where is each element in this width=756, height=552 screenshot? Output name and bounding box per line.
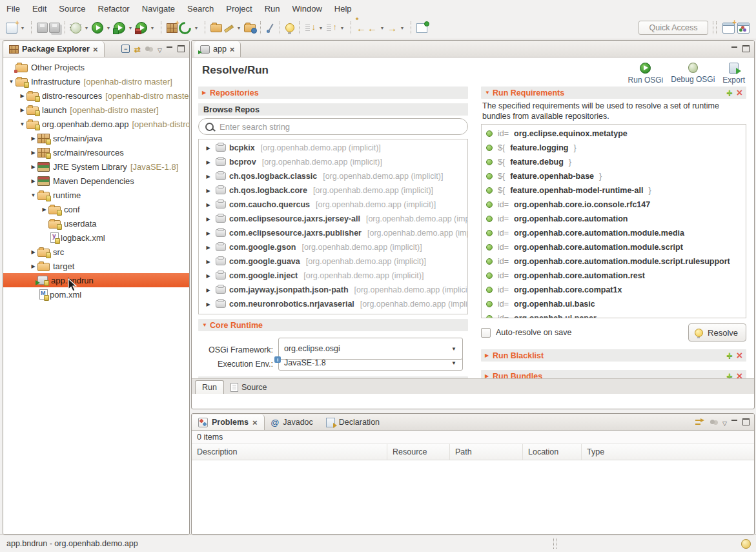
repo-item[interactable]: com.eclipsesource.jaxrs.jersey-all [org.… — [199, 212, 467, 226]
toolbar-separator[interactable] — [31, 21, 32, 34]
search-input[interactable] — [218, 121, 461, 132]
requirement-item[interactable]: id=org.eclipse.equinox.metatype — [486, 127, 746, 141]
tab-declaration[interactable]: Declaration — [320, 414, 386, 430]
new-plugin-project-icon[interactable] — [167, 23, 178, 33]
expander-icon[interactable] — [204, 188, 212, 194]
tab-app-bndrun[interactable]: app — [194, 41, 241, 57]
status-lightbulb-icon[interactable] — [741, 539, 751, 549]
expander-icon[interactable] — [204, 273, 212, 279]
expander-icon[interactable] — [204, 202, 212, 208]
search-dropdown-icon[interactable] — [235, 20, 243, 36]
osgi-framework-select[interactable]: org.eclipse.osgi — [278, 338, 463, 360]
requirement-item[interactable]: id=org.openhab.ui.paper — [486, 311, 746, 318]
minimize-icon[interactable] — [167, 46, 173, 52]
tree-item-infrastructure[interactable]: Infrastructure [openhab-distro master] — [3, 74, 189, 88]
tab-javadoc[interactable]: Javadoc — [265, 414, 320, 430]
requirement-item[interactable]: id=org.openhab.core.automation.module.sc… — [486, 240, 746, 254]
profile-icon[interactable] — [136, 22, 147, 34]
column-description[interactable]: Description — [192, 444, 387, 460]
menu-help[interactable]: Help — [334, 4, 352, 14]
expander-icon[interactable] — [204, 145, 212, 151]
forward-dropdown-icon[interactable] — [398, 20, 406, 36]
group-by-icon[interactable] — [710, 420, 718, 425]
expander-icon[interactable] — [29, 263, 37, 269]
expander-icon[interactable] — [29, 150, 37, 156]
debug-icon[interactable] — [70, 23, 81, 34]
tree-item-userdata[interactable]: userdata — [3, 216, 189, 230]
requirement-item[interactable]: ${feature.openhab-model-runtime-all} — [486, 183, 746, 198]
quick-access-input[interactable]: Quick Access — [639, 21, 708, 35]
requirement-item[interactable]: id=org.openhab.core.automation.module.me… — [486, 226, 746, 240]
toolbar-separator[interactable] — [260, 21, 261, 34]
maximize-icon[interactable] — [742, 45, 750, 52]
forward-icon[interactable] — [387, 20, 397, 36]
repo-item[interactable]: com.eclipsesource.jaxrs.publisher [org.o… — [199, 226, 467, 240]
toolbar-separator[interactable] — [299, 21, 300, 34]
menu-search[interactable]: Search — [187, 4, 214, 14]
menu-source[interactable]: Source — [59, 4, 85, 14]
section-run-requirements[interactable]: Run Requirements — [481, 87, 746, 99]
expander-icon[interactable] — [29, 178, 37, 184]
requirement-item[interactable]: id=org.openhab.core.automation.module.sc… — [486, 254, 746, 269]
add-blacklist-icon[interactable] — [726, 350, 732, 362]
expander-icon[interactable] — [204, 245, 212, 250]
menu-file[interactable]: File — [6, 4, 20, 14]
toolbar-separator[interactable] — [411, 21, 412, 34]
expander-icon[interactable] — [204, 302, 212, 307]
expander-icon[interactable] — [40, 207, 48, 212]
run-osgi-button[interactable]: Run OSGi — [628, 63, 664, 85]
expander-icon[interactable] — [204, 159, 212, 165]
repo-item[interactable]: com.jayway.jsonpath.json-path [org.openh… — [199, 283, 467, 297]
column-path[interactable]: Path — [450, 444, 523, 460]
tree-item-distro-resources[interactable]: distro-resources [openhab-distro master] — [3, 88, 189, 103]
requirement-item[interactable]: ${feature.openhab-base} — [486, 169, 746, 183]
expander-icon[interactable] — [204, 230, 212, 236]
menu-navigate[interactable]: Navigate — [142, 4, 175, 14]
export-button[interactable]: Export — [722, 63, 745, 85]
tree-item-src[interactable]: src — [3, 245, 189, 259]
minimize-icon[interactable] — [731, 420, 738, 425]
profile-dropdown-icon[interactable] — [148, 20, 156, 36]
new-wizard-icon[interactable] — [6, 23, 17, 34]
previous-annotation-icon[interactable] — [326, 23, 337, 33]
import-icon[interactable] — [244, 24, 256, 32]
expander-icon[interactable] — [204, 216, 212, 222]
tree-item-pom-xml[interactable]: pom.xml — [3, 287, 189, 302]
view-menu-icon[interactable] — [158, 43, 162, 55]
expander-icon[interactable] — [204, 287, 212, 293]
maximize-icon[interactable] — [742, 418, 750, 425]
remove-requirement-icon[interactable] — [737, 87, 742, 99]
tree-item-src-main-java[interactable]: src/main/java — [3, 131, 189, 145]
repo-item[interactable]: com.google.gson [org.openhab.demo.app (i… — [199, 240, 467, 254]
requirement-item[interactable]: id=org.openhab.ui.basic — [486, 297, 746, 311]
tree-item-jre-system-library[interactable]: JRE System Library [JavaSE-1.8] — [3, 159, 189, 174]
open-resource-icon[interactable] — [210, 24, 222, 32]
coverage-icon[interactable] — [114, 22, 125, 34]
column-resource[interactable]: Resource — [387, 444, 450, 460]
tree-item-other-projects[interactable]: Other Projects — [3, 60, 189, 74]
next-annotation-icon[interactable] — [305, 23, 316, 33]
repo-item[interactable]: ch.qos.logback.core [org.openhab.demo.ap… — [199, 183, 467, 198]
tab-problems[interactable]: Problems — [192, 414, 265, 430]
repo-item[interactable]: ch.qos.logback.classic [org.openhab.demo… — [199, 169, 467, 183]
column-type[interactable]: Type — [582, 444, 754, 460]
tree-item-maven-dependencies[interactable]: Maven Dependencies — [3, 174, 189, 188]
pin-editor-icon[interactable] — [416, 23, 427, 33]
resolve-button[interactable]: Resolve — [688, 323, 746, 342]
close-icon[interactable] — [93, 45, 98, 54]
refresh-dropdown-icon[interactable] — [192, 20, 200, 36]
menu-run[interactable]: Run — [265, 4, 280, 14]
save-icon[interactable] — [37, 23, 48, 33]
expander-icon[interactable] — [29, 164, 37, 170]
section-run-blacklist[interactable]: Run Blacklist — [481, 349, 746, 362]
previous-annotation-dropdown-icon[interactable] — [338, 20, 346, 36]
menu-project[interactable]: Project — [226, 4, 252, 14]
tab-source[interactable]: Source — [224, 381, 274, 394]
add-requirement-icon[interactable] — [726, 87, 732, 99]
auto-resolve-checkbox[interactable] — [481, 328, 491, 338]
expander-icon[interactable] — [29, 249, 37, 255]
menu-edit[interactable]: Edit — [32, 4, 46, 14]
requirement-item[interactable]: id=org.openhab.core.automation.rest — [486, 269, 746, 283]
mark-occurrences-icon[interactable] — [266, 23, 275, 33]
back-dropdown-icon[interactable] — [378, 20, 386, 36]
